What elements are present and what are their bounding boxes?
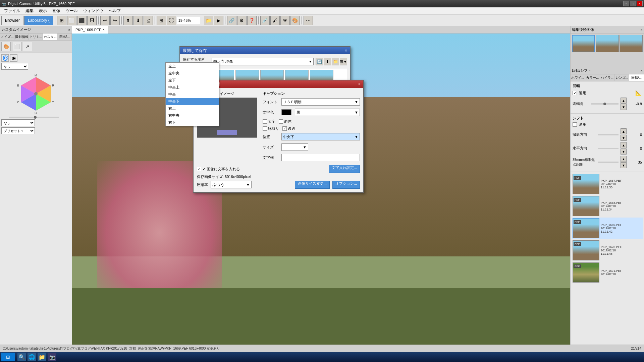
transparent-checkbox[interactable] — [282, 126, 287, 131]
maximize-button[interactable]: □ — [630, 1, 636, 6]
thumb-item-1671[interactable]: PEF PKP_1671.PEF 2017/02/18 — [572, 262, 643, 283]
outline-check[interactable]: 縁取り — [263, 126, 279, 131]
wb-button[interactable]: ⬜ — [12, 42, 21, 51]
compare-view-button[interactable]: ⬛ — [77, 16, 87, 25]
font-combo[interactable]: ＪＳＰ明朝 ▼ — [281, 98, 360, 106]
tab-highlight[interactable]: ハイラ... — [600, 74, 615, 81]
taskbar-icon-2[interactable]: 🌐 — [28, 353, 36, 361]
text-dialog-close-icon[interactable]: × — [358, 82, 361, 86]
start-button[interactable]: ⊞ — [1, 353, 15, 361]
export-icon-button[interactable]: ↗ — [23, 42, 32, 51]
tab-white-balance[interactable]: ホワイ... — [571, 74, 585, 81]
position-combo[interactable]: 中央下 ▼ — [281, 133, 360, 140]
insert-text-checkbox[interactable] — [197, 167, 201, 171]
right-panel-second-close[interactable]: × — [641, 69, 643, 73]
menu-help[interactable]: ヘルプ — [106, 7, 123, 14]
menu-view[interactable]: 表示 — [36, 7, 50, 14]
view-button[interactable]: ⊞▼ — [340, 58, 347, 65]
taskbar-icon-4[interactable]: 📷 — [48, 353, 56, 361]
tab-trim[interactable]: トリミ... — [29, 34, 43, 40]
tab-shooting-info[interactable]: 撮影情報 — [14, 34, 29, 40]
direction-up-button[interactable]: ▲ — [621, 128, 627, 134]
horizontal-slider[interactable] — [598, 148, 619, 149]
position-option-bottomleft[interactable]: 左下 — [166, 77, 219, 84]
menu-tools[interactable]: ツール — [63, 7, 80, 14]
thumb-2[interactable] — [596, 35, 619, 52]
focal-down-button[interactable]: ▼ — [621, 162, 627, 168]
rotation-up-button[interactable]: ▲ — [621, 98, 627, 104]
menu-window[interactable]: ウィンドウ — [80, 7, 106, 14]
folder-button[interactable]: 📁 — [204, 16, 213, 25]
position-option-center[interactable]: 中央 — [166, 91, 219, 98]
position-option-topleft[interactable]: 左上 — [166, 63, 219, 70]
compression-combo[interactable]: ふつう ▼ — [211, 181, 252, 188]
preset-dropdown[interactable]: プリセット１ — [1, 127, 35, 134]
none-dropdown[interactable]: なし — [1, 63, 28, 70]
thumb-item-1668[interactable]: PEF PKP_1668.PEF 2017/02/18 11:11:34 — [572, 195, 643, 217]
color-box[interactable] — [281, 109, 291, 115]
thumb-item-1670[interactable]: PEF PKP_1670.PEF 2017/02/18 11:11:48 — [572, 240, 643, 261]
export-button[interactable]: ⬆ — [123, 16, 133, 25]
laboratory-tab[interactable]: Laboratory { — [24, 16, 53, 25]
settings-button[interactable]: ⚙ — [237, 16, 247, 25]
taskbar-icon-1[interactable]: 🔍 — [17, 353, 26, 361]
position-option-bottomcenter[interactable]: 中央下 — [166, 98, 219, 105]
none-dropdown-2[interactable]: なし — [1, 119, 35, 126]
batch-button[interactable]: ⬇ — [133, 16, 143, 25]
save-dialog-close-icon[interactable]: × — [345, 48, 347, 53]
outline-checkbox[interactable] — [263, 126, 267, 131]
text-settings-button[interactable]: 文字入れ設定... — [329, 165, 360, 173]
thumb-3[interactable] — [620, 35, 643, 52]
horizontal-down-button[interactable]: ▼ — [621, 148, 627, 155]
new-folder-button[interactable]: 📁 — [332, 58, 339, 65]
bold-check[interactable]: 太字 — [263, 119, 275, 124]
redo-button[interactable]: ↪ — [110, 16, 120, 25]
thumb-item-1667[interactable]: PEF PKP_1667.PEF 2017/02/18 11:11:30 — [572, 173, 643, 195]
up-button[interactable]: ⬆ — [324, 58, 331, 65]
italic-check[interactable]: 斜体 — [279, 119, 291, 124]
italic-checkbox[interactable] — [279, 119, 283, 124]
image-size-button[interactable]: 画像サイズ変更... — [295, 181, 330, 189]
browser-tab[interactable]: Browser — [1, 16, 23, 25]
tab-export[interactable]: 图出/... — [57, 34, 72, 40]
focal-slider[interactable] — [598, 162, 619, 163]
tab-custom[interactable]: カスタ... — [43, 34, 57, 40]
save-folder-combo[interactable]: 補正寺.現像 ▼ — [212, 58, 314, 65]
focal-up-button[interactable]: ▲ — [621, 156, 627, 162]
more-button[interactable]: ⋯ — [304, 16, 313, 25]
direction-slider[interactable] — [598, 134, 619, 135]
help-button[interactable]: ❓ — [247, 16, 257, 25]
tab-lens[interactable]: レンズ... — [614, 74, 629, 81]
slideshow-button[interactable]: ▶ — [214, 16, 223, 25]
color-wheel[interactable]: M R Y G C B — [16, 74, 56, 114]
color-mode-button[interactable]: 🎨 — [1, 42, 11, 51]
menu-image[interactable]: 画像 — [50, 7, 63, 14]
tab-color[interactable]: カラー... — [585, 74, 600, 81]
close-button[interactable]: × — [637, 1, 643, 6]
brush-button[interactable]: 🖌 — [270, 16, 280, 25]
size-combo[interactable]: ▼ — [281, 143, 308, 151]
horizontal-up-button[interactable]: ▲ — [621, 142, 627, 148]
insert-text-checkbox-row[interactable]: ✓ 画像に文字を入れる — [197, 167, 240, 172]
color-button[interactable]: 🎨 — [290, 16, 300, 25]
position-option-topright[interactable]: 右上 — [166, 105, 219, 112]
film-view-button[interactable]: 🎞 — [87, 16, 97, 25]
adjust-button-2[interactable]: ◉ — [10, 54, 17, 62]
grid-button[interactable]: ⊞ — [157, 16, 166, 25]
rotation-slider[interactable] — [591, 103, 619, 105]
transparent-check[interactable]: 透過 — [282, 126, 295, 131]
string-input[interactable] — [281, 154, 360, 161]
left-panel-close-icon[interactable]: × — [68, 28, 70, 32]
position-option-middleright[interactable]: 右中央 — [166, 112, 219, 119]
adjust-button-1[interactable]: 🌀 — [1, 54, 9, 62]
thumb-active[interactable] — [572, 35, 595, 52]
options-button[interactable]: オプション... — [332, 181, 360, 189]
rotation-down-button[interactable]: ▼ — [621, 104, 627, 110]
print-button[interactable]: 🖨 — [144, 16, 153, 25]
right-panel-close-icon[interactable]: × — [641, 28, 643, 32]
file-tab-close-icon[interactable]: × — [103, 28, 105, 32]
tab-noise[interactable]: ノイズ... — [0, 34, 14, 40]
grid-view-button[interactable]: ⊞ — [57, 16, 66, 25]
rotation-apply-checkbox[interactable] — [573, 91, 577, 95]
taskbar-icon-3[interactable]: 📁 — [38, 353, 46, 361]
